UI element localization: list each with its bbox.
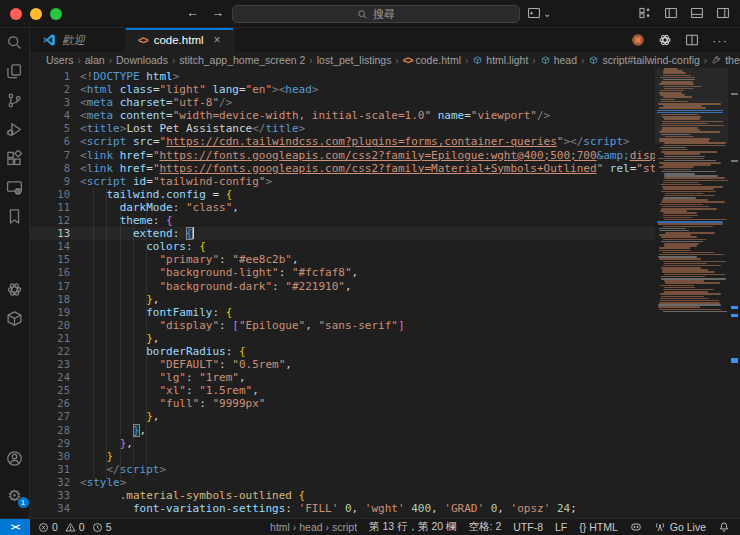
chatgpt-button[interactable] [658, 33, 672, 47]
breadcrumb-item[interactable]: script#tailwind-config [588, 54, 699, 66]
status-item-空格-2[interactable]: 空格: 2 [469, 520, 502, 534]
code-line-22[interactable]: 22borderRadius: { [30, 345, 655, 358]
overview-ruler-mark [731, 314, 738, 317]
code-line-4[interactable]: 4<meta content="width=device-width, init… [30, 109, 655, 122]
code-line-3[interactable]: 3<meta charset="utf-8"/> [30, 96, 655, 109]
code-line-6[interactable]: 6<script src="https://cdn.tailwindcss.co… [30, 135, 655, 148]
symbol-icon [588, 55, 599, 66]
remote-indicator-button[interactable]: >< [0, 519, 30, 535]
status-item-go-live[interactable]: Go Live [654, 521, 706, 533]
code-line-17[interactable]: 17"background-dark": "#221910", [30, 280, 655, 293]
code-line-5[interactable]: 5<title>Lost Pet Assistance</title> [30, 122, 655, 135]
code-line-16[interactable]: 16"background-light": "#fcfaf8", [30, 266, 655, 279]
code-line-29[interactable]: 29}, [30, 437, 655, 450]
close-window-button[interactable] [10, 8, 22, 20]
activity-item-run-debug[interactable] [0, 115, 30, 144]
code-line-1[interactable]: 1<!DOCTYPE html> [30, 70, 655, 83]
tab-歡迎[interactable]: 歡迎 [30, 28, 126, 52]
code-line-8[interactable]: 8<link href="https://fonts.googleapis.co… [30, 162, 655, 175]
line-number: 17 [30, 280, 70, 293]
line-content: <link href="https://fonts.googleapis.com… [80, 162, 655, 175]
breadcrumb-item[interactable]: theme [711, 54, 740, 66]
code-line-25[interactable]: 25"xl": "1.5rem", [30, 384, 655, 397]
activity-item-settings[interactable]: ⚙1 [0, 481, 30, 510]
code-line-11[interactable]: 11darkMode: "class", [30, 201, 655, 214]
close-tab-icon[interactable]: × [214, 33, 221, 47]
code-line-2[interactable]: 2<html class="light" lang="en"><head> [30, 83, 655, 96]
status-item-copilot[interactable] [630, 521, 642, 533]
activity-item-account[interactable] [0, 444, 30, 473]
customize-layout-button[interactable] [638, 6, 652, 20]
code-line-10[interactable]: 10tailwind.config = { [30, 188, 655, 201]
breadcrumb-item[interactable]: <>code.html [403, 54, 461, 66]
code-line-18[interactable]: 18}, [30, 293, 655, 306]
starburst-button[interactable] [631, 33, 645, 47]
activity-item-extensions[interactable] [0, 144, 30, 173]
symbol-icon [472, 55, 483, 66]
status-item-utf-8[interactable]: UTF-8 [513, 521, 543, 533]
toggle-panel-button[interactable] [690, 6, 704, 20]
activity-item-source-control[interactable] [0, 86, 30, 115]
problems-indicator[interactable]: 005 [30, 521, 112, 533]
activity-item-package[interactable] [0, 304, 30, 333]
line-content: <html class="light" lang="en"><head> [80, 83, 655, 96]
code-line-20[interactable]: 20"display": ["Epilogue", "sans-serif"] [30, 319, 655, 332]
minimap[interactable] [655, 68, 728, 518]
breadcrumb-item[interactable]: Users [46, 54, 73, 66]
breadcrumb-label: Downloads [116, 54, 168, 66]
code-line-7[interactable]: 7<link href="https://fonts.googleapis.co… [30, 149, 655, 162]
activity-item-search[interactable] [0, 28, 30, 57]
command-center-search[interactable]: 搜尋 [232, 5, 520, 23]
breadcrumb-item[interactable]: html.light [472, 54, 528, 66]
activity-item-bookmarks[interactable] [0, 202, 30, 231]
code-line-9[interactable]: 9<script id="tailwind-config"> [30, 175, 655, 188]
code-editor[interactable]: 1<!DOCTYPE html>2<html class="light" lan… [30, 68, 740, 518]
tab-code.html[interactable]: <>code.html× [126, 28, 234, 52]
toggle-sidebar-left-button[interactable] [664, 6, 678, 20]
navigate-forward-button[interactable]: → [211, 5, 224, 20]
code-line-34[interactable]: 34font-variation-settings: 'FILL' 0, 'wg… [30, 502, 655, 515]
maximize-window-button[interactable] [50, 8, 62, 20]
line-content: "lg": "1rem", [80, 371, 655, 384]
code-line-26[interactable]: 26"full": "9999px" [30, 397, 655, 410]
code-line-13[interactable]: 13extend: { [30, 227, 655, 240]
scrollbar[interactable] [728, 68, 740, 518]
breadcrumb-item[interactable]: stitch_app_home_screen 2 [179, 54, 305, 66]
line-number: 22 [30, 345, 70, 358]
more-button[interactable]: ··· [712, 31, 728, 49]
status-item-第-13-行-第-20-欄[interactable]: 第 13 行，第 20 欄 [369, 520, 457, 534]
status-item-bell[interactable] [718, 521, 730, 533]
breadcrumb-item[interactable]: alan [85, 54, 105, 66]
status-item-lf[interactable]: LF [555, 521, 567, 533]
breadcrumb-item[interactable]: lost_pet_listings [317, 54, 392, 66]
code-line-19[interactable]: 19fontFamily: { [30, 306, 655, 319]
activity-item-explorer[interactable] [0, 57, 30, 86]
code-line-33[interactable]: 33.material-symbols-outlined { [30, 489, 655, 502]
minimize-window-button[interactable] [30, 8, 42, 20]
code-line-31[interactable]: 31</script> [30, 463, 655, 476]
minimap-slider[interactable] [655, 68, 728, 144]
status-item--html[interactable]: {} HTML [579, 521, 618, 533]
breadcrumb-item[interactable]: head [540, 54, 577, 66]
code-line-28[interactable]: 28}, [30, 424, 655, 437]
toggle-sidebar-right-button[interactable] [716, 6, 730, 20]
code-line-30[interactable]: 30} [30, 450, 655, 463]
status-item-html-head-script[interactable]: html › head › script [270, 521, 357, 533]
line-number: 29 [30, 437, 70, 450]
code-line-14[interactable]: 14colors: { [30, 240, 655, 253]
code-line-15[interactable]: 15"primary": "#ee8c2b", [30, 253, 655, 266]
activity-item-chatgpt[interactable] [0, 275, 30, 304]
split-editor-button[interactable] [685, 33, 699, 47]
code-line-24[interactable]: 24"lg": "1rem", [30, 371, 655, 384]
tab-label: 歡迎 [62, 33, 85, 48]
code-line-32[interactable]: 32<style> [30, 476, 655, 489]
line-number: 1 [30, 70, 70, 83]
code-line-12[interactable]: 12theme: { [30, 214, 655, 227]
copilot-menu-button[interactable]: ⌄ [527, 6, 551, 20]
breadcrumb-item[interactable]: Downloads [116, 54, 168, 66]
code-line-21[interactable]: 21}, [30, 332, 655, 345]
navigate-back-button[interactable]: ← [186, 5, 199, 20]
code-line-27[interactable]: 27}, [30, 410, 655, 423]
code-line-23[interactable]: 23"DEFAULT": "0.5rem", [30, 358, 655, 371]
activity-item-live-preview[interactable] [0, 173, 30, 202]
